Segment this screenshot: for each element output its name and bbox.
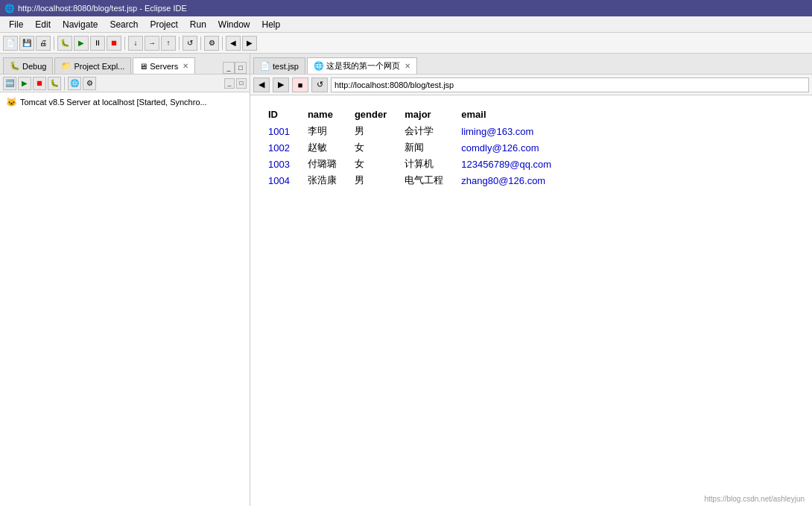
- main-layout: 🆕 ▶ ⏹ 🐛 🌐 ⚙ _ □ 🐱 Tomcat v8.5 Server at …: [0, 75, 812, 506]
- menu-window[interactable]: Window: [212, 18, 256, 31]
- server-icon: 🖥: [139, 62, 148, 71]
- cell-name: 张浩康: [305, 172, 352, 189]
- cell-major: 新闻: [402, 139, 458, 156]
- col-header-email: email: [458, 107, 566, 123]
- browser-stop-button[interactable]: ■: [292, 78, 308, 92]
- run-button[interactable]: ▶: [74, 36, 89, 51]
- cell-email: comdly@126.com: [458, 139, 566, 156]
- toolbar-separator-2: [124, 37, 125, 50]
- server-tomcat-label: Tomcat v8.5 Server at localhost [Started…: [20, 98, 207, 107]
- cell-id: 1003: [265, 156, 305, 172]
- menu-help[interactable]: Help: [256, 18, 287, 31]
- data-table: ID name gender major email 1001 李明 男 会计学…: [265, 107, 566, 189]
- cell-gender: 女: [352, 156, 402, 172]
- open-browser-button[interactable]: 🌐: [68, 77, 81, 90]
- left-panel-actions: _ □: [223, 62, 250, 74]
- left-tb-actions: _ □: [224, 78, 247, 89]
- browser-toolbar: ◀ ▶ ■ ↺: [250, 75, 812, 95]
- cell-gender: 男: [352, 172, 402, 189]
- left-max-button[interactable]: □: [236, 78, 247, 89]
- collapse-button[interactable]: _: [224, 78, 235, 89]
- folder-icon: 📁: [61, 61, 72, 71]
- server-list: 🐱 Tomcat v8.5 Server at localhost [Start…: [0, 92, 250, 506]
- menu-file[interactable]: File: [3, 18, 29, 31]
- server-props-button[interactable]: ⚙: [83, 77, 96, 90]
- maximize-button[interactable]: □: [235, 62, 247, 74]
- tab-project-explorer[interactable]: 📁 Project Expl...: [54, 57, 131, 74]
- table-row: 1001 李明 男 会计学 liming@163.com: [265, 123, 566, 139]
- menu-project[interactable]: Project: [144, 18, 183, 31]
- ext-tools-button[interactable]: ⚙: [204, 36, 219, 51]
- pause-button[interactable]: ⏸: [90, 36, 105, 51]
- cell-id: 1002: [265, 139, 305, 156]
- step-into-button[interactable]: ↓: [128, 36, 143, 51]
- new-button[interactable]: 📄: [3, 36, 18, 51]
- start-server-button[interactable]: ▶: [18, 77, 31, 90]
- title-bar: 🌐 http://localhost:8080/blog/test.jsp - …: [0, 0, 812, 16]
- tab-servers-label: Servers: [150, 62, 178, 71]
- cell-name: 付璐璐: [305, 156, 352, 172]
- toolbar-separator-4: [200, 37, 201, 50]
- tab-testjsp[interactable]: 📄 test.jsp: [253, 57, 305, 74]
- col-header-name: name: [305, 107, 352, 123]
- main-toolbar: 📄 💾 🖨 🐛 ▶ ⏸ ⏹ ↓ → ↑ ↺ ⚙ ◀ ▶: [0, 33, 812, 54]
- tab-debug[interactable]: 🐛 Debug: [3, 57, 53, 74]
- stop-button[interactable]: ⏹: [107, 36, 121, 51]
- menu-bar: File Edit Navigate Search Project Run Wi…: [0, 16, 812, 33]
- new-server-button[interactable]: 🆕: [3, 77, 16, 90]
- left-tb-sep: [64, 77, 65, 90]
- app-icon: 🌐: [4, 4, 15, 13]
- table-row: 1004 张浩康 男 电气工程 zhang80@126.com: [265, 172, 566, 189]
- refresh-button[interactable]: ↺: [183, 36, 197, 51]
- server-tomcat[interactable]: 🐱 Tomcat v8.5 Server at localhost [Start…: [3, 95, 247, 109]
- save-button[interactable]: 💾: [19, 36, 34, 51]
- cell-id: 1001: [265, 123, 305, 139]
- left-panel: 🆕 ▶ ⏹ 🐛 🌐 ⚙ _ □ 🐱 Tomcat v8.5 Server at …: [0, 75, 250, 506]
- back-nav-button[interactable]: ◀: [226, 36, 241, 51]
- tab-webpage-label: 这是我的第一个网页: [326, 60, 400, 72]
- menu-search[interactable]: Search: [104, 18, 144, 31]
- menu-navigate[interactable]: Navigate: [57, 18, 104, 31]
- left-panel-toolbar: 🆕 ▶ ⏹ 🐛 🌐 ⚙ _ □: [0, 75, 250, 92]
- tab-servers[interactable]: 🖥 Servers ✕: [133, 57, 195, 74]
- cell-gender: 男: [352, 123, 402, 139]
- cell-gender: 女: [352, 139, 402, 156]
- tab-testjsp-label: test.jsp: [273, 62, 299, 71]
- toolbar-separator-3: [179, 37, 180, 50]
- minimize-button[interactable]: _: [223, 62, 235, 74]
- cell-major: 电气工程: [402, 172, 458, 189]
- tab-servers-close[interactable]: ✕: [183, 62, 188, 70]
- browser-refresh-button[interactable]: ↺: [311, 78, 328, 92]
- jsp-icon: 📄: [260, 61, 270, 71]
- step-return-button[interactable]: ↑: [161, 36, 176, 51]
- watermark: https://blog.csdn.net/ashleyjun: [704, 495, 805, 503]
- tab-project-label: Project Expl...: [74, 62, 124, 71]
- debug-button[interactable]: 🐛: [57, 36, 72, 51]
- browser-back-button[interactable]: ◀: [253, 78, 270, 92]
- fwd-nav-button[interactable]: ▶: [242, 36, 257, 51]
- table-row: 1002 赵敏 女 新闻 comdly@126.com: [265, 139, 566, 156]
- cell-major: 会计学: [402, 123, 458, 139]
- cell-name: 赵敏: [305, 139, 352, 156]
- cell-email: zhang80@126.com: [458, 172, 566, 189]
- print-button[interactable]: 🖨: [36, 36, 51, 51]
- cell-email: liming@163.com: [458, 123, 566, 139]
- url-bar[interactable]: [331, 78, 809, 92]
- menu-run[interactable]: Run: [184, 18, 212, 31]
- cell-id: 1004: [265, 172, 305, 189]
- tab-webpage[interactable]: 🌐 这是我的第一个网页 ✕: [307, 57, 417, 74]
- left-panel-tabs: 🐛 Debug 📁 Project Expl... 🖥 Servers ✕ _ …: [0, 54, 250, 74]
- cell-email: 123456789@qq.com: [458, 156, 566, 172]
- browser-content: ID name gender major email 1001 李明 男 会计学…: [250, 95, 812, 506]
- step-over-button[interactable]: →: [145, 36, 159, 51]
- stop-server-button[interactable]: ⏹: [33, 77, 46, 90]
- debug-server-button[interactable]: 🐛: [48, 77, 61, 90]
- browser-forward-button[interactable]: ▶: [273, 78, 289, 92]
- toolbar-separator-1: [54, 37, 54, 50]
- tab-webpage-close[interactable]: ✕: [405, 62, 410, 70]
- toolbar-separator-5: [222, 37, 223, 50]
- globe-icon: 🌐: [314, 61, 324, 71]
- tomcat-icon: 🐱: [6, 97, 17, 107]
- menu-edit[interactable]: Edit: [29, 18, 57, 31]
- table-row: 1003 付璐璐 女 计算机 123456789@qq.com: [265, 156, 566, 172]
